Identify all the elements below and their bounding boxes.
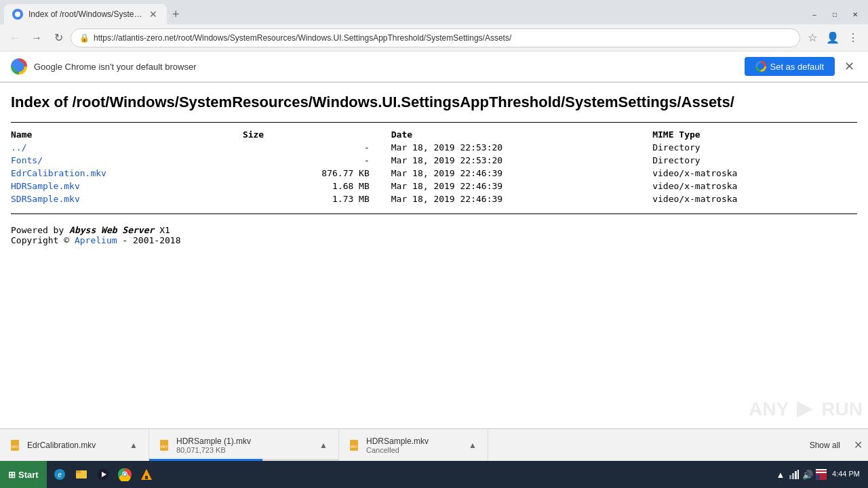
download-info-2: HDRSample (1).mkv 80,071,723 KB [176, 436, 311, 454]
file-size-cell: 1.73 MB [243, 192, 391, 205]
file-date-cell: Mar 18, 2019 22:53:20 [391, 154, 652, 167]
table-row: SDRSample.mkv 1.73 MB Mar 18, 2019 22:46… [11, 192, 857, 205]
profile-button[interactable]: 👤 [823, 28, 842, 47]
reload-button[interactable]: ↻ [49, 28, 68, 47]
file-link[interactable]: EdrCalibration.mkv [11, 168, 106, 178]
download-item-1: MKV EdrCalibration.mkv ▲ [0, 429, 149, 461]
download-status-2: 80,071,723 KB [176, 446, 311, 454]
download-chevron-2[interactable]: ▲ [317, 439, 330, 451]
url-text: https://atlantis-zero.net/root/Windows/S… [94, 33, 791, 43]
window-controls: – □ ✕ [806, 7, 864, 21]
svg-text:MKV: MKV [12, 445, 20, 449]
download-chevron-3[interactable]: ▲ [466, 439, 479, 451]
file-mime-cell: Directory [652, 154, 857, 167]
new-tab-button[interactable]: + [167, 7, 185, 22]
file-mime-cell: video/x-matroska [652, 167, 857, 180]
file-link[interactable]: HDRSample.mkv [11, 181, 80, 191]
brand-name: Abyss Web Server [69, 225, 154, 235]
file-mime-cell: Directory [652, 141, 857, 154]
chrome-small-icon [755, 61, 766, 72]
tab-bar: Index of /root/Windows/SystemRes... ✕ + … [0, 0, 868, 24]
file-link[interactable]: ../ [11, 142, 26, 152]
svg-point-15 [123, 473, 126, 476]
taskbar-chrome-icon[interactable] [115, 464, 135, 485]
file-link[interactable]: SDRSample.mkv [11, 194, 80, 204]
company-link[interactable]: Aprelium [75, 235, 117, 245]
copyright-text: Copyright © [11, 235, 75, 245]
maximize-button[interactable]: □ [826, 7, 844, 21]
col-header-date: Date [391, 128, 652, 141]
file-size-cell: - [243, 141, 391, 154]
svg-text:MKV: MKV [161, 445, 169, 449]
svg-text:MKV: MKV [351, 445, 359, 449]
download-name-2: HDRSample (1).mkv [176, 436, 285, 446]
file-date-cell: Mar 18, 2019 22:53:20 [391, 141, 652, 154]
download-progress-bar-2 [149, 459, 338, 461]
col-header-name: Name [11, 128, 243, 141]
browser-chrome: Index of /root/Windows/SystemRes... ✕ + … [0, 0, 868, 83]
address-bar[interactable]: 🔒 https://atlantis-zero.net/root/Windows… [71, 28, 800, 47]
toolbar-actions: ☆ 👤 ⋮ [803, 28, 863, 47]
download-item-3: MKV HDRSample.mkv Cancelled ▲ [339, 429, 488, 461]
svg-rect-21 [797, 470, 799, 479]
tray-language-icon[interactable] [816, 469, 827, 480]
close-button[interactable]: ✕ [846, 7, 864, 21]
table-row: Fonts/ - Mar 18, 2019 22:53:20 Directory [11, 154, 857, 167]
taskbar-vlc-icon[interactable] [136, 464, 157, 485]
menu-button[interactable]: ⋮ [844, 28, 863, 47]
taskbar-media-icon[interactable] [93, 464, 113, 485]
download-status-3: Cancelled [366, 446, 460, 454]
file-name-cell: HDRSample.mkv [11, 180, 243, 192]
download-file-icon-2: MKV [157, 439, 171, 452]
minimize-button[interactable]: – [806, 7, 823, 21]
banner-close-button[interactable]: ✕ [842, 59, 857, 74]
lock-icon: 🔒 [79, 33, 90, 43]
svg-rect-20 [795, 471, 797, 479]
file-size-cell: - [243, 154, 391, 167]
svg-rect-18 [789, 475, 791, 479]
file-link[interactable]: Fonts/ [11, 155, 43, 165]
browser-tab[interactable]: Index of /root/Windows/SystemRes... ✕ [4, 4, 167, 24]
svg-rect-25 [816, 472, 827, 473]
file-date-cell: Mar 18, 2019 22:46:39 [391, 180, 652, 192]
file-date-cell: Mar 18, 2019 22:46:39 [391, 167, 652, 180]
download-chevron-1[interactable]: ▲ [127, 439, 140, 451]
windows-icon: ⊞ [8, 470, 16, 480]
tab-title: Index of /root/Windows/SystemRes... [28, 9, 142, 19]
tab-favicon [12, 9, 23, 20]
tray-arrow-icon[interactable]: ▲ [775, 469, 786, 480]
file-name-cell: SDRSample.mkv [11, 192, 243, 205]
file-size-cell: 1.68 MB [243, 180, 391, 192]
close-download-bar-button[interactable]: ✕ [848, 429, 868, 461]
forward-button[interactable]: → [27, 28, 46, 47]
tray-network-icon[interactable] [789, 469, 800, 480]
table-row: EdrCalibration.mkv 876.77 KB Mar 18, 201… [11, 167, 857, 180]
copyright-line: Copyright © Aprelium - 2001-2018 [11, 235, 857, 245]
file-name-cell: Fonts/ [11, 154, 243, 167]
svg-rect-10 [76, 470, 81, 473]
page-wrapper: Index of /root/Windows/SystemResources/W… [0, 83, 868, 461]
set-default-button[interactable]: Set as default [745, 57, 835, 76]
table-row: ../ - Mar 18, 2019 22:53:20 Directory [11, 141, 857, 154]
svg-rect-19 [792, 473, 794, 479]
taskbar-explorer-icon[interactable] [71, 464, 92, 485]
tray-volume-icon[interactable]: 🔊 [802, 469, 813, 480]
file-table: Name Size Date MIME Type ../ - Mar 18, 2… [11, 128, 857, 205]
taskbar-ie-icon[interactable]: e [50, 464, 70, 485]
file-name-cell: ../ [11, 141, 243, 154]
powered-by-text: Powered by [11, 225, 69, 235]
page-title: Index of /root/Windows/SystemResources/W… [11, 94, 857, 111]
bookmark-button[interactable]: ☆ [803, 28, 822, 47]
table-row: HDRSample.mkv 1.68 MB Mar 18, 2019 22:46… [11, 180, 857, 192]
taskbar-time: 4:44 PM [829, 469, 863, 479]
file-name-cell: EdrCalibration.mkv [11, 167, 243, 180]
start-button[interactable]: ⊞ Start [0, 461, 47, 488]
back-button[interactable]: ← [5, 28, 24, 47]
download-file-icon-3: MKV [347, 439, 361, 452]
toolbar: ← → ↻ 🔒 https://atlantis-zero.net/root/W… [0, 24, 868, 52]
tab-close-button[interactable]: ✕ [148, 9, 159, 20]
taskbar-tray: ▲ 🔊 4:44 PM [770, 469, 868, 480]
show-all-button[interactable]: Show all [802, 429, 848, 461]
download-progress-fill-2 [149, 459, 262, 461]
table-header-row: Name Size Date MIME Type [11, 128, 857, 141]
